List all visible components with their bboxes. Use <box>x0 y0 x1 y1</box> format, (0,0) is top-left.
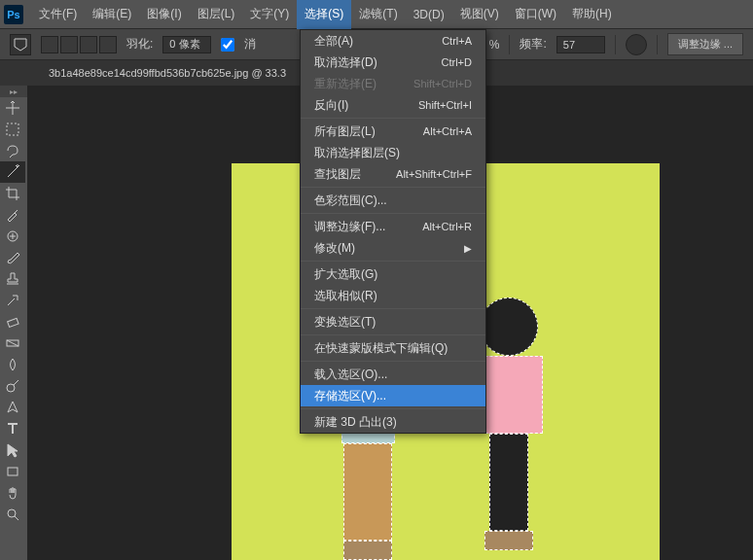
svg-point-4 <box>7 384 15 392</box>
toolbar-collapse-icon[interactable]: ▸▸ <box>0 86 27 97</box>
eraser-tool[interactable] <box>0 311 25 332</box>
feather-input[interactable] <box>162 36 211 53</box>
tools-panel: ▸▸ <box>0 86 27 525</box>
menu-item-修改[interactable]: 修改(M)▶ <box>301 237 485 259</box>
menu-item-扩大选取[interactable]: 扩大选取(G) <box>301 263 485 285</box>
menu-separator <box>301 334 485 335</box>
feather-label: 羽化: <box>126 36 153 52</box>
wand-tool[interactable] <box>0 161 25 183</box>
rectangle-tool[interactable] <box>0 461 25 482</box>
menu-选择[interactable]: 选择(S) <box>297 0 351 29</box>
spot-heal-tool[interactable] <box>0 226 25 247</box>
history-brush-tool[interactable] <box>0 290 25 311</box>
menu-separator <box>301 187 485 188</box>
menu-item-取消选择图层[interactable]: 取消选择图层(S) <box>301 142 485 163</box>
menu-item-全部[interactable]: 全部(A)Ctrl+A <box>301 30 485 52</box>
lasso-tool[interactable] <box>0 140 25 161</box>
marquee-tool[interactable] <box>0 119 25 140</box>
svg-point-6 <box>8 509 16 517</box>
menu-文字[interactable]: 文字(Y) <box>242 0 297 29</box>
app-logo: Ps <box>4 5 23 24</box>
selection-new-icon[interactable] <box>41 36 58 53</box>
menu-编辑[interactable]: 编辑(E) <box>85 0 139 29</box>
menu-窗口[interactable]: 窗口(W) <box>507 0 564 29</box>
menu-文件[interactable]: 文件(F) <box>31 0 85 29</box>
menu-视图[interactable]: 视图(V) <box>452 0 507 29</box>
crop-tool[interactable] <box>0 183 25 204</box>
document-tab[interactable]: 3b1a48e89ce14cd99ffbd536b7cb625e.jpg @ 3… <box>39 67 296 79</box>
menu-图像[interactable]: 图像(I) <box>139 0 189 29</box>
brush-tool[interactable] <box>0 247 25 268</box>
selection-subtract-icon[interactable] <box>80 36 97 53</box>
menu-item-新建 3D 凸出[interactable]: 新建 3D 凸出(3) <box>301 411 485 433</box>
menu-item-所有图层[interactable]: 所有图层(L)Alt+Ctrl+A <box>301 121 485 142</box>
menu-item-变换选区[interactable]: 变换选区(T) <box>301 311 485 332</box>
type-tool[interactable] <box>0 418 25 439</box>
antialias-checkbox[interactable] <box>221 38 234 52</box>
menu-separator <box>301 308 485 309</box>
divider <box>509 35 510 54</box>
menu-item-调整边缘[interactable]: 调整边缘(F)...Alt+Ctrl+R <box>301 216 485 237</box>
svg-rect-2 <box>8 318 18 327</box>
hand-tool[interactable] <box>0 482 25 504</box>
menu-3d[interactable]: 3D(D) <box>406 0 452 29</box>
stamp-tool[interactable] <box>0 268 25 290</box>
antialias-label: 消 <box>244 36 256 52</box>
menu-separator <box>301 361 485 362</box>
menu-item-重新选择: 重新选择(E)Shift+Ctrl+D <box>301 73 485 94</box>
divider <box>615 35 616 54</box>
percent-label: % <box>489 38 500 52</box>
frequency-input[interactable] <box>556 36 605 53</box>
blur-tool[interactable] <box>0 354 25 375</box>
frequency-label: 频率: <box>520 36 546 52</box>
menu-item-存储选区[interactable]: 存储选区(V)... <box>301 385 485 406</box>
menu-item-取消选择[interactable]: 取消选择(D)Ctrl+D <box>301 52 485 73</box>
zoom-tool[interactable] <box>0 504 25 525</box>
menu-separator <box>301 118 485 119</box>
selection-add-icon[interactable] <box>60 36 78 53</box>
move-tool[interactable] <box>0 97 25 119</box>
menu-separator <box>301 261 485 262</box>
menu-图层[interactable]: 图层(L) <box>190 0 243 29</box>
selection-mode-group <box>41 36 117 53</box>
eyedropper-tool[interactable] <box>0 204 25 226</box>
menu-separator <box>301 213 485 214</box>
menu-item-反向[interactable]: 反向(I)Shift+Ctrl+I <box>301 94 485 116</box>
svg-rect-5 <box>8 468 18 475</box>
dodge-tool[interactable] <box>0 375 25 397</box>
menu-item-选取相似[interactable]: 选取相似(R) <box>301 285 485 306</box>
divider <box>657 35 658 54</box>
menu-item-查找图层[interactable]: 查找图层Alt+Shift+Ctrl+F <box>301 163 485 185</box>
menu-滤镜[interactable]: 滤镜(T) <box>351 0 405 29</box>
menu-item-在快速蒙版模式下编辑[interactable]: 在快速蒙版模式下编辑(Q) <box>301 337 485 359</box>
tool-preset-icon[interactable] <box>10 34 31 55</box>
menubar: Ps 文件(F)编辑(E)图像(I)图层(L)文字(Y)选择(S)滤镜(T)3D… <box>0 0 753 29</box>
menu-item-载入选区[interactable]: 载入选区(O)... <box>301 364 485 385</box>
menu-帮助[interactable]: 帮助(H) <box>564 0 620 29</box>
path-select-tool[interactable] <box>0 439 25 461</box>
menu-separator <box>301 408 485 409</box>
pen-tool[interactable] <box>0 397 25 418</box>
svg-rect-0 <box>7 123 18 135</box>
selection-intersect-icon[interactable] <box>99 36 117 53</box>
select-menu-dropdown: 全部(A)Ctrl+A取消选择(D)Ctrl+D重新选择(E)Shift+Ctr… <box>300 29 486 434</box>
gradient-tool[interactable] <box>0 332 25 354</box>
pressure-icon[interactable] <box>626 34 647 55</box>
refine-edge-button[interactable]: 调整边缘 ... <box>667 33 743 55</box>
menu-item-色彩范围[interactable]: 色彩范围(C)... <box>301 190 485 211</box>
